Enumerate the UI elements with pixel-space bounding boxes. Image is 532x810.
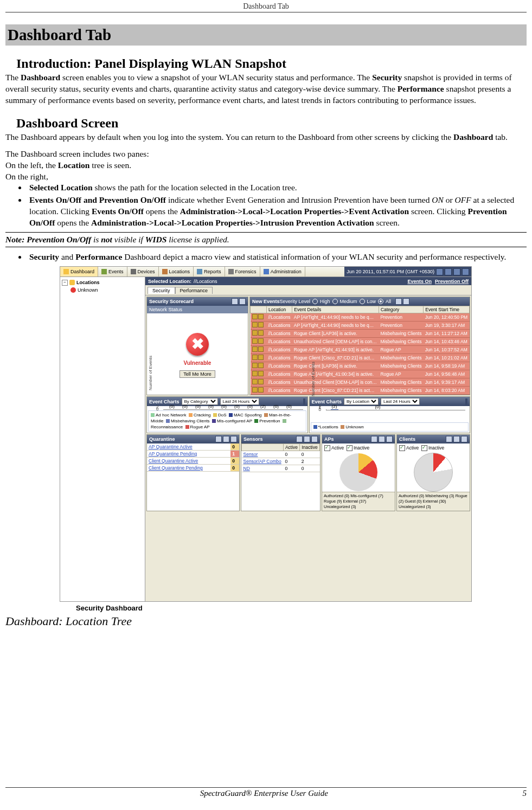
footer-guide-title: SpectraGuard® Enterprise User Guide bbox=[200, 789, 328, 798]
location-tree-pane: − Locations Unknown bbox=[60, 277, 145, 601]
aps-legend: Authorized (0) Mis-configured (7) Rogue … bbox=[322, 492, 395, 511]
info-icon[interactable] bbox=[461, 436, 467, 442]
table-row[interactable]: AP Quarantine Active0 bbox=[147, 443, 239, 451]
edit-icon[interactable] bbox=[296, 436, 303, 442]
sev-low-radio[interactable] bbox=[360, 299, 365, 304]
refresh-icon[interactable] bbox=[304, 436, 310, 442]
topbar-right: Jun 20 2011, 01:57:01 PM (GMT +0530) bbox=[344, 267, 471, 277]
subtab-security[interactable]: Security bbox=[148, 287, 175, 294]
table-row[interactable]: Client Quarantine Pending0 bbox=[147, 465, 239, 472]
selected-location-bar: Selected Location: //Locations Events On… bbox=[145, 277, 471, 285]
aps-pie-chart bbox=[339, 453, 377, 491]
devices-icon bbox=[131, 269, 136, 274]
events-icon bbox=[101, 269, 107, 274]
aps-active-check[interactable] bbox=[324, 445, 330, 451]
table-row[interactable]: //LocationsRogue AP [AirTight_41:44:93] … bbox=[251, 346, 470, 354]
page-footer: SpectraGuard® Enterprise User Guide 5 bbox=[5, 787, 527, 798]
clients-inactive-check[interactable] bbox=[421, 445, 427, 451]
events-on-link[interactable]: Events On bbox=[407, 279, 432, 284]
sev-high-radio[interactable] bbox=[312, 299, 318, 304]
sev-all-radio[interactable] bbox=[378, 299, 383, 304]
info-icon[interactable] bbox=[230, 436, 237, 442]
bullet-events-prevention: Events On/Off and Prevention On/Off indi… bbox=[27, 195, 527, 229]
info-icon[interactable] bbox=[403, 298, 409, 305]
status-vulnerable: Vulnerable bbox=[184, 360, 211, 366]
table-row[interactable]: Sensor00 bbox=[242, 451, 320, 458]
help-icon[interactable] bbox=[445, 268, 452, 275]
folder-icon bbox=[69, 280, 75, 285]
panel-event-charts-location: Event Charts By Location Last 24 Hours N… bbox=[309, 396, 471, 433]
tree-collapse-icon[interactable]: − bbox=[62, 280, 68, 286]
logout-icon[interactable] bbox=[462, 268, 469, 275]
section-location-tree-heading: Dashboard: Location Tree bbox=[5, 614, 527, 628]
edit-icon[interactable] bbox=[395, 298, 402, 305]
chart-by-select[interactable]: By Location bbox=[344, 398, 379, 405]
scorecard-subtitle: Network Status bbox=[147, 306, 248, 313]
figure-security-dashboard: Dashboard Events Devices Locations Repor… bbox=[60, 266, 472, 612]
sev-medium-radio[interactable] bbox=[332, 299, 338, 304]
bullet-security-performance: Security and Performance Dashboard depic… bbox=[27, 252, 527, 263]
table-row[interactable]: Client Quarantine Active0 bbox=[147, 458, 239, 465]
note-prevention: Note: Prevention On/Off is not visible i… bbox=[5, 232, 527, 247]
info-icon[interactable] bbox=[304, 398, 305, 405]
bullet-selected-location: Selected Location shows the path for the… bbox=[27, 182, 527, 194]
clients-active-check[interactable] bbox=[399, 445, 405, 451]
table-row[interactable]: //LocationsUnauthorized Client [OEM-LAP]… bbox=[251, 378, 470, 387]
edit-icon[interactable] bbox=[446, 436, 452, 442]
prevention-off-link[interactable]: Prevention Off bbox=[435, 279, 469, 284]
chart-legend-category: Ad hoc Network Cracking DoS MAC Spoofing… bbox=[148, 410, 306, 432]
screen-paragraph-2: The Dashboard screen includes two panes:… bbox=[5, 149, 527, 183]
panel-clients: Clients Active Inactive Authorized (0) M… bbox=[396, 434, 470, 511]
aps-inactive-check[interactable] bbox=[347, 445, 352, 451]
table-row[interactable]: //LocationsRogue Client [Cisco_87:CD:21]… bbox=[251, 387, 470, 395]
tree-root-locations[interactable]: − Locations bbox=[62, 279, 143, 286]
tab-locations[interactable]: Locations bbox=[159, 267, 194, 277]
page-number: 5 bbox=[522, 789, 527, 798]
tab-dashboard[interactable]: Dashboard bbox=[60, 267, 98, 277]
tab-forensics[interactable]: Forensics bbox=[225, 267, 260, 277]
subtab-performance[interactable]: Performance bbox=[175, 287, 213, 294]
tab-devices[interactable]: Devices bbox=[127, 267, 159, 277]
panel-quarantine: Quarantine AP Quarantine Active0AP Quara… bbox=[146, 434, 240, 511]
info-icon[interactable] bbox=[466, 398, 467, 405]
table-row[interactable]: //LocationsAP [AirTight_41:44:90] needs … bbox=[251, 313, 470, 322]
tab-administration[interactable]: Administration bbox=[260, 267, 305, 277]
locations-icon bbox=[162, 269, 168, 274]
administration-icon bbox=[264, 269, 269, 274]
page-title-h1: Dashboard Tab bbox=[5, 24, 527, 46]
refresh-icon[interactable] bbox=[436, 268, 443, 275]
settings-icon[interactable] bbox=[453, 268, 460, 275]
running-header: Dashboard Tab bbox=[5, 0, 527, 12]
table-row[interactable]: Sensor/AP Combo02 bbox=[242, 458, 320, 465]
expand-icon[interactable] bbox=[453, 436, 460, 442]
expand-icon[interactable] bbox=[379, 436, 385, 442]
edit-icon[interactable] bbox=[371, 436, 377, 442]
refresh-icon[interactable] bbox=[223, 436, 229, 442]
table-row[interactable]: //LocationsAP [AirTight_41:44:90] needs … bbox=[251, 322, 470, 330]
chart-bar: (2) bbox=[331, 409, 338, 410]
table-row[interactable]: //LocationsRogue Client [LAP36] is activ… bbox=[251, 330, 470, 338]
tell-me-more-button[interactable]: Tell Me More bbox=[180, 370, 215, 378]
clients-legend: Authorized (0) Misbehaving (3) Rogue (2)… bbox=[397, 492, 470, 511]
table-row[interactable]: ND00 bbox=[242, 465, 320, 472]
edit-icon[interactable] bbox=[215, 436, 222, 442]
panel-new-events: New Events Severity Level High Medium Lo… bbox=[249, 297, 470, 395]
edit-icon[interactable] bbox=[232, 298, 238, 305]
chart-legend-location: *Locations Unknown bbox=[311, 422, 469, 432]
tree-node-unknown[interactable]: Unknown bbox=[70, 286, 143, 294]
panel-aps: APs Active Inactive Authorized (0) Mis-c… bbox=[322, 434, 395, 511]
tab-events[interactable]: Events bbox=[98, 267, 127, 277]
table-row[interactable]: AP Quarantine Pending1 bbox=[147, 451, 239, 458]
chart-range-select[interactable]: Last 24 Hours bbox=[381, 398, 420, 405]
tab-reports[interactable]: Reports bbox=[194, 267, 225, 277]
table-row[interactable]: //LocationsRogue Client [LAP36] is activ… bbox=[251, 362, 470, 370]
table-row[interactable]: //LocationsUnauthorized Client [OEM-LAP]… bbox=[251, 338, 470, 346]
info-icon[interactable] bbox=[386, 436, 393, 442]
info-icon[interactable] bbox=[239, 298, 246, 305]
info-icon[interactable] bbox=[311, 436, 318, 442]
app-topbar: Dashboard Events Devices Locations Repor… bbox=[60, 267, 471, 277]
panel-event-charts-category: Event Charts By Category Last 24 Hours N… bbox=[146, 396, 308, 433]
app-window: Dashboard Events Devices Locations Repor… bbox=[60, 266, 472, 602]
table-row[interactable]: //LocationsRogue AP [AirTight_41:00:34] … bbox=[251, 370, 470, 378]
table-row[interactable]: //LocationsRogue Client [Cisco_87:CD:21]… bbox=[251, 354, 470, 362]
